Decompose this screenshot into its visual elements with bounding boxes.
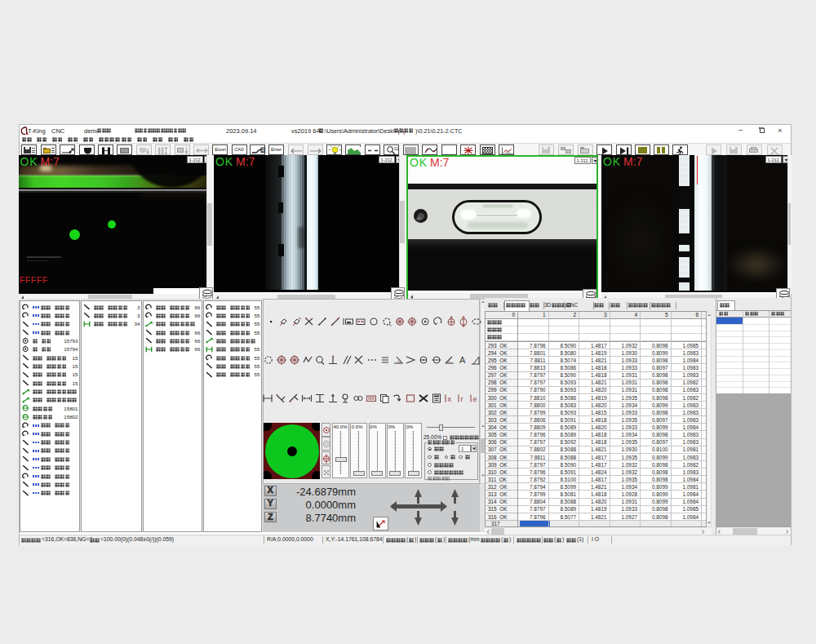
svg-text:e: e — [473, 395, 477, 403]
svg-text:r: r — [460, 395, 463, 403]
svg-text:LC: LC — [506, 150, 512, 154]
svg-text:A: A — [459, 355, 466, 365]
svg-text:x: x — [447, 395, 451, 403]
